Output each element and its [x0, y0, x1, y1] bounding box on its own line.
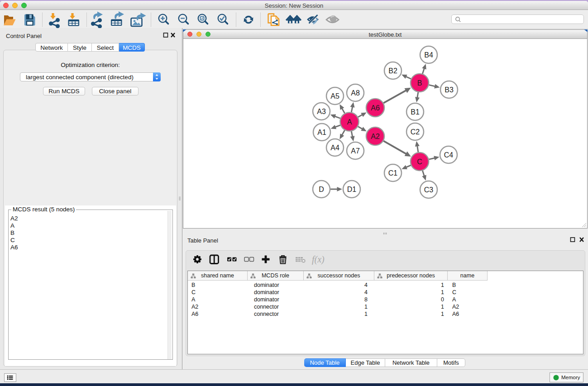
svg-text:D1: D1: [347, 186, 357, 193]
svg-text:A6: A6: [371, 104, 380, 112]
svg-text:A1: A1: [317, 129, 326, 136]
svg-text:B4: B4: [424, 51, 433, 59]
svg-text:A: A: [347, 118, 352, 126]
svg-text:A7: A7: [351, 147, 360, 155]
svg-text:f(x): f(x): [312, 254, 325, 265]
svg-text:C1: C1: [388, 169, 398, 177]
svg-text:C4: C4: [444, 151, 454, 159]
svg-text:A4: A4: [330, 144, 339, 152]
svg-text:C2: C2: [411, 128, 420, 136]
svg-text:D: D: [319, 186, 324, 193]
svg-text:A2: A2: [371, 133, 380, 140]
svg-text:A8: A8: [351, 89, 360, 97]
svg-text:B: B: [417, 79, 422, 87]
svg-text:C3: C3: [424, 186, 434, 194]
svg-text:B3: B3: [445, 86, 454, 94]
svg-text:B1: B1: [411, 108, 420, 116]
svg-text:A5: A5: [330, 92, 339, 100]
svg-text:A3: A3: [317, 108, 326, 115]
svg-text:B2: B2: [388, 67, 397, 75]
svg-text:C: C: [417, 158, 422, 166]
